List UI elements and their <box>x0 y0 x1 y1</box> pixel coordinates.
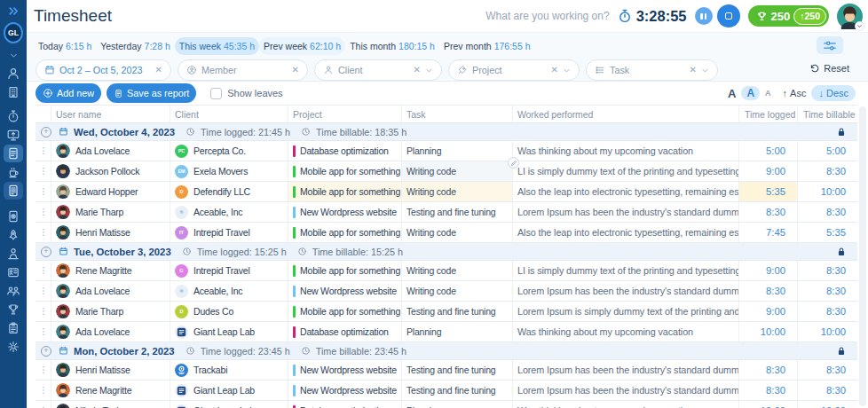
group-header-row[interactable]: + Mon, October 2, 2023 Time logged: 23:4… <box>36 342 857 360</box>
time-logged[interactable]: 7:45 <box>739 223 798 242</box>
column-header-time-billable[interactable]: Time billable <box>798 106 857 122</box>
row-drag-handle[interactable] <box>36 141 51 161</box>
row-drag-handle[interactable] <box>36 360 51 380</box>
column-header-worked-performed[interactable]: Worked performed <box>513 106 739 122</box>
row-drag-handle[interactable] <box>36 202 51 222</box>
timesheet-row[interactable]: Rene Magritte Giant Leap Lab New Wordpre… <box>36 381 857 401</box>
row-drag-handle[interactable] <box>36 281 51 301</box>
sidebar-screen-share-icon[interactable] <box>4 126 23 144</box>
work-description[interactable]: Also the leap into electronic typesettin… <box>513 182 739 201</box>
time-billable[interactable]: 8:30 <box>798 261 857 280</box>
filter-project[interactable]: Project✕ <box>448 59 580 81</box>
time-billable[interactable]: 5:35 <box>798 223 857 242</box>
row-drag-handle[interactable] <box>36 182 51 201</box>
time-billable[interactable]: 8:30 <box>798 161 857 181</box>
work-description[interactable]: Lorem Ipsum has been the industry's stan… <box>513 381 739 400</box>
font-size-medium-button[interactable]: A <box>741 86 760 100</box>
add-new-button[interactable]: Add new <box>36 83 101 103</box>
clear-filter-icon[interactable]: ✕ <box>690 66 697 75</box>
time-billable[interactable]: 8:30 <box>798 381 857 400</box>
workspace-avatar[interactable]: GL <box>4 22 23 43</box>
time-billable[interactable]: 8:30 <box>798 360 857 380</box>
row-drag-handle[interactable] <box>36 261 51 280</box>
column-header-task[interactable]: Task <box>402 106 513 122</box>
work-description[interactable]: Was thinking about my upcoming vacation <box>513 322 739 341</box>
timesheet-row[interactable]: Jackson Pollock EMExela Movers Mobile ap… <box>36 161 857 182</box>
timesheet-row[interactable]: Henri Matisse Trackabi New Wordpress web… <box>36 360 857 381</box>
sidebar-user-icon[interactable] <box>4 65 23 82</box>
work-description[interactable]: Was thinking about my upcoming vacation <box>513 401 739 408</box>
sidebar-gear-icon[interactable] <box>4 338 23 356</box>
reset-button[interactable]: Reset <box>809 63 849 74</box>
tab-this-month[interactable]: This month180:15 h <box>345 37 439 55</box>
row-drag-handle[interactable] <box>36 322 51 341</box>
points-badge[interactable]: 250 ↑250 <box>748 5 829 27</box>
pause-button[interactable] <box>695 7 713 25</box>
column-header-time-logged[interactable]: Time logged <box>739 106 798 122</box>
work-description[interactable]: Also the leap into electronic typesettin… <box>513 223 739 242</box>
work-description[interactable]: Lorem Ipsum has been the industry's stan… <box>513 202 739 222</box>
tab-this-week[interactable]: This week45:35 h <box>175 37 259 55</box>
time-billable[interactable]: 8:30 <box>798 202 857 222</box>
sidebar-vacation-coffee-icon[interactable] <box>4 163 23 181</box>
clear-filter-icon[interactable]: ✕ <box>155 66 162 75</box>
tab-today[interactable]: Today6:15 h <box>34 37 96 55</box>
time-billable[interactable]: 8:30 <box>798 281 857 301</box>
column-header-client[interactable]: Client <box>170 106 288 122</box>
filter-settings-button[interactable] <box>817 36 843 54</box>
row-drag-handle[interactable] <box>36 381 51 400</box>
time-logged[interactable]: 9:00 <box>739 161 798 181</box>
timesheet-row[interactable]: Rene Magritte GIntrepid Travel Mobile ap… <box>36 261 857 281</box>
time-logged[interactable]: 9:00 <box>739 261 798 280</box>
filter-member[interactable]: Member✕ <box>178 59 308 81</box>
time-logged[interactable]: 8:30 <box>739 381 798 400</box>
row-drag-handle[interactable] <box>36 161 51 181</box>
chevron-down-icon[interactable] <box>701 67 709 75</box>
tab-prev-month[interactable]: Prev month176:55 h <box>439 37 535 55</box>
sidebar-clipboard-icon[interactable] <box>4 319 23 337</box>
sidebar-invoice-doc-icon[interactable] <box>4 208 23 225</box>
font-size-small-button[interactable]: A <box>765 89 771 98</box>
row-drag-handle[interactable] <box>36 302 51 321</box>
sidebar-trophy-icon[interactable] <box>4 301 23 318</box>
sidebar-timesheet-doc-icon[interactable] <box>4 145 23 162</box>
sidebar-timer-icon[interactable] <box>4 107 23 125</box>
time-logged[interactable]: 10:00 <box>739 401 798 408</box>
column-header-user-name[interactable]: User name <box>51 106 170 122</box>
font-size-large-button[interactable]: A <box>728 87 736 100</box>
sidebar-report-doc-icon[interactable] <box>4 182 23 200</box>
clear-filter-icon[interactable]: ✕ <box>292 66 299 75</box>
tracker-prompt-input[interactable]: What are you working on? <box>485 10 609 22</box>
time-logged[interactable]: 9:00 <box>739 302 798 321</box>
sidebar-chevron-down-icon[interactable] <box>4 46 23 64</box>
time-billable[interactable]: 10:00 <box>798 401 857 408</box>
clear-filter-icon[interactable]: ✕ <box>414 66 421 75</box>
row-drag-handle[interactable] <box>36 401 51 408</box>
time-logged[interactable]: 10:00 <box>739 322 798 341</box>
sidebar-workspace-avatar-icon[interactable]: GL <box>4 20 23 45</box>
chevron-down-icon[interactable] <box>425 67 433 75</box>
time-billable[interactable]: 8:30 <box>798 302 857 321</box>
filter-client[interactable]: Client✕ <box>314 59 442 81</box>
work-description[interactable]: Lorem Ipsum has been the industry's stan… <box>513 360 739 380</box>
time-logged[interactable]: 8:30 <box>739 360 798 380</box>
stop-button[interactable] <box>717 4 740 27</box>
sidebar-person-desk-icon[interactable] <box>4 245 23 263</box>
time-billable[interactable]: 10:00 <box>798 322 857 341</box>
timesheet-row[interactable]: Ada Lovelace Giant Leap Lab Database opt… <box>36 322 857 342</box>
work-description[interactable]: Was thinking about my upcoming vacation <box>513 141 739 161</box>
group-header-row[interactable]: + Tue, October 3, 2023 Time logged: 15:2… <box>36 243 857 261</box>
time-logged[interactable]: 8:30 <box>739 281 798 301</box>
timesheet-row[interactable]: Nikola Tesla Giant Leap Lab Database opt… <box>36 401 857 408</box>
sidebar-rocket-icon[interactable] <box>4 226 23 244</box>
sort-desc-button[interactable]: ↓Desc <box>811 85 856 101</box>
timesheet-row[interactable]: Ada Lovelace PCPercepta Co. Database opt… <box>36 141 857 161</box>
sort-asc-button[interactable]: ↑Asc <box>783 88 807 98</box>
chevron-down-icon[interactable] <box>563 67 571 75</box>
timesheet-row[interactable]: Marie Tharp DDudes Co Mobile app for som… <box>36 302 857 322</box>
work-description[interactable]: Lorem Ipsum has been the industry's stan… <box>513 281 739 301</box>
work-description[interactable]: Lorem Ipsum is simply dummy text of the … <box>513 302 739 321</box>
sidebar-double-chevron-right-icon[interactable] <box>4 2 23 20</box>
group-header-row[interactable]: + Wed, October 4, 2023 Time logged: 21:4… <box>36 123 857 141</box>
column-header-project[interactable]: Project <box>288 106 402 122</box>
